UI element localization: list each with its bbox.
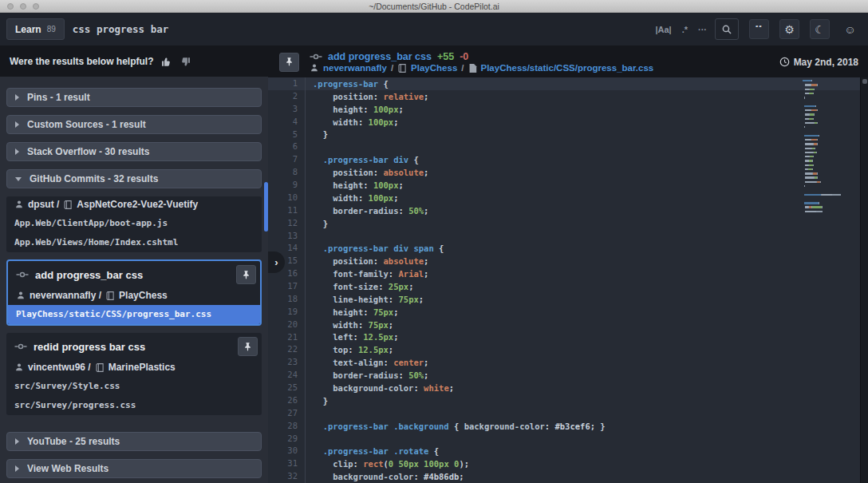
line-number: 2	[268, 90, 306, 103]
code-line: 5 }	[268, 129, 868, 141]
chevron-right-icon	[15, 148, 19, 155]
search-icon	[721, 24, 732, 35]
match-case-toggle[interactable]: |Aa|	[655, 25, 671, 34]
sidebar-section-stack-overflow[interactable]: Stack Overflow - 30 results	[6, 142, 262, 161]
sidebar-section-custom-sources[interactable]: Custom Sources - 1 result	[6, 115, 262, 134]
sidebar-section-pins[interactable]: Pins - 1 result	[6, 88, 262, 107]
commit-author-link[interactable]: neverwannafly	[323, 63, 387, 73]
commit-icon	[310, 52, 322, 61]
more-options-icon[interactable]: ···	[698, 25, 707, 34]
result-file-path[interactable]: App.Web/ClientApp/boot-app.js	[6, 214, 262, 233]
user-icon	[310, 63, 319, 73]
window-title: ~/Documents/GitHub - CodePilot.ai	[369, 2, 499, 11]
user-icon	[16, 291, 26, 300]
repo-name: PlayChess	[119, 290, 168, 301]
learn-button[interactable]: Learn 89	[6, 18, 65, 40]
gear-icon: ⚙	[784, 23, 795, 36]
code-scrollbar-thumb[interactable]	[862, 79, 867, 84]
user-icon	[14, 200, 24, 209]
results-list: Pins - 1 resultCustom Sources - 1 result…	[0, 77, 268, 483]
snippets-button[interactable]: “	[749, 19, 769, 39]
section-label: Stack Overflow - 30 results	[27, 146, 149, 157]
code-line: 20 width: 75px;	[268, 319, 868, 331]
commit-file-link[interactable]: PlayChess/static/CSS/progress_bar.css	[481, 63, 654, 73]
result-file-path[interactable]: src/Survey/progress.css	[6, 396, 262, 415]
code-line: 16 font-family: Arial;	[268, 267, 868, 280]
path-separator: /	[461, 63, 464, 73]
user-icon	[14, 362, 24, 372]
code-line: 26 }	[268, 394, 868, 407]
close-window-button[interactable]	[7, 3, 14, 10]
quote-icon: “	[755, 26, 763, 34]
pin-button[interactable]	[236, 265, 256, 284]
result-file-path[interactable]: src/Survey/Style.css	[6, 377, 262, 396]
clock-icon	[779, 57, 790, 67]
commit-header: add progress_bar css +55 -0 neverwannafl…	[268, 46, 868, 77]
repo-name: MarinePlastics	[108, 362, 176, 373]
minimize-window-button[interactable]	[20, 3, 26, 10]
commit-title-link[interactable]: add progress_bar css	[328, 51, 432, 62]
results-sidebar: Were the results below helpful? Pins - 1…	[0, 46, 268, 483]
zoom-window-button[interactable]	[33, 3, 39, 10]
commit-result-card[interactable]: dpsut /AspNetCore2-Vue2-VuetifyApp.Web/C…	[6, 196, 262, 252]
settings-button[interactable]: ⚙	[779, 19, 799, 39]
thumbs-down-icon[interactable]	[180, 56, 191, 68]
code-line: 21 left: 12.5px;	[268, 331, 868, 344]
code-line: 6	[268, 141, 868, 153]
code-minimap	[803, 80, 842, 215]
author-name: vincentwu96 /	[28, 362, 91, 373]
code-scrollbar[interactable]	[860, 77, 868, 483]
dark-mode-button[interactable]: ☾	[810, 19, 830, 39]
line-number: 19	[268, 306, 306, 319]
code-line: 22 top: 12.5px;	[268, 343, 868, 356]
line-number: 5	[268, 129, 306, 141]
code-line: 27	[268, 407, 868, 420]
code-line: 4 width: 100px;	[268, 116, 868, 129]
line-number: 8	[268, 166, 306, 179]
line-number: 11	[268, 204, 306, 217]
code-line: 7 .progress-bar div {	[268, 153, 868, 166]
code-line: 9 height: 100px;	[268, 179, 868, 192]
line-number: 17	[268, 280, 306, 293]
chevron-right-icon	[15, 465, 19, 472]
commit-repo-link[interactable]: PlayChess	[411, 63, 457, 73]
path-separator: /	[391, 63, 393, 73]
sidebar-section-github-commits[interactable]: GitHub Commits - 32 results	[6, 169, 262, 188]
commit-result-card[interactable]: add progress_bar cssneverwannafly /PlayC…	[6, 259, 262, 326]
search-input[interactable]	[73, 23, 656, 35]
code-line: 1.progress-bar {	[268, 77, 868, 90]
commit-title: add progress_bar css	[35, 269, 230, 281]
pin-result-button[interactable]	[279, 53, 299, 72]
window-controls[interactable]	[7, 3, 39, 10]
line-number: 30	[268, 445, 306, 457]
line-number: 6	[268, 141, 306, 153]
line-number: 25	[268, 382, 306, 394]
code-line: 18 line-height: 75px;	[268, 293, 868, 306]
chevron-right-icon	[15, 121, 19, 128]
result-file-path[interactable]: PlayChess/static/CSS/progress_bar.css	[8, 305, 260, 324]
section-label: Custom Sources - 1 result	[27, 119, 146, 130]
pin-button[interactable]	[238, 337, 258, 356]
result-file-path[interactable]: App.Web/Views/Home/Index.cshtml	[6, 233, 262, 252]
search-button[interactable]	[715, 18, 739, 40]
section-label: GitHub Commits - 32 results	[30, 173, 158, 184]
commit-icon	[14, 342, 27, 351]
thumbs-up-icon[interactable]	[160, 56, 172, 68]
code-line: 31 clip: rect(0 50px 100px 0);	[268, 457, 868, 470]
feedback-bar: Were the results below helpful?	[0, 46, 268, 77]
feedback-question: Were the results below helpful?	[10, 56, 153, 67]
code-line: 10 width: 100px;	[268, 192, 868, 204]
line-number: 23	[268, 356, 306, 369]
sidebar-section-youtube[interactable]: YouTube - 25 results	[6, 432, 262, 451]
learn-count-badge: 89	[47, 25, 56, 34]
feedback-button[interactable]: ☺	[840, 19, 860, 39]
search-field[interactable]: |Aa| .* ···	[73, 18, 739, 40]
line-number: 26	[268, 394, 306, 407]
regex-toggle[interactable]: .*	[682, 25, 688, 34]
smiley-icon: ☺	[844, 23, 855, 36]
line-number: 13	[268, 230, 306, 243]
search-bar: Learn 89 |Aa| .* ··· “ ⚙ ☾ ☺	[0, 13, 868, 46]
sidebar-section-view-web-results[interactable]: View Web Results	[6, 459, 262, 478]
repo-icon	[105, 291, 115, 301]
commit-result-card[interactable]: redid progress bar cssvincentwu96 /Marin…	[6, 333, 262, 415]
